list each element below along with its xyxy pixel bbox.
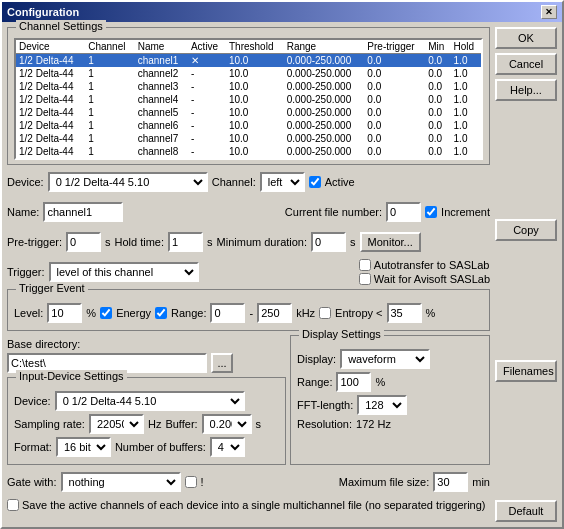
trigger-select[interactable]: level of this channel: [49, 262, 199, 282]
range-start-input[interactable]: [210, 303, 245, 323]
sampling-select[interactable]: 22050: [89, 414, 144, 434]
energy-checkbox[interactable]: [100, 307, 112, 319]
level-label: Level:: [14, 307, 43, 319]
channel-table-container[interactable]: DeviceChannelNameActiveThresholdRangePre…: [14, 38, 483, 160]
right-panel: Display Settings Display: waveform Range…: [290, 335, 490, 465]
name-label: Name:: [7, 206, 39, 218]
table-cell: 0.000-250.000: [284, 106, 365, 119]
table-row[interactable]: 1/2 Delta-441channel4-10.00.000-250.0000…: [16, 93, 481, 106]
sampling-row: Sampling rate: 22050 Hz Buffer: 0.200 s: [14, 414, 279, 434]
holdtime-input[interactable]: [168, 232, 203, 252]
max-file-unit: min: [472, 476, 490, 488]
display-range-input[interactable]: [336, 372, 371, 392]
table-cell: channel4: [135, 93, 188, 106]
title-bar: Configuration ✕: [2, 2, 562, 22]
buffer-select[interactable]: 0.200: [202, 414, 252, 434]
input-device-select[interactable]: 0 1/2 Delta-44 5.10: [55, 391, 245, 411]
device-select[interactable]: 0 1/2 Delta-44 5.10: [48, 172, 208, 192]
buffer-label: Buffer:: [165, 418, 197, 430]
table-row[interactable]: 1/2 Delta-441channel1✕10.00.000-250.0000…: [16, 54, 481, 68]
max-file-input[interactable]: [433, 472, 468, 492]
name-input[interactable]: [43, 202, 123, 222]
input-device-group: Input-Device Settings Device: 0 1/2 Delt…: [7, 377, 286, 465]
close-button[interactable]: ✕: [541, 5, 557, 19]
display-range-unit: %: [375, 376, 385, 388]
gate-select[interactable]: nothing: [61, 472, 181, 492]
table-col-name: Name: [135, 40, 188, 54]
max-file-label: Maximum file size:: [339, 476, 429, 488]
channel-select[interactable]: left: [260, 172, 305, 192]
monitor-button[interactable]: Monitor...: [360, 232, 421, 252]
filenames-button[interactable]: Filenames: [495, 360, 557, 382]
main-area: Channel Settings DeviceChannelNameActive…: [7, 27, 490, 522]
table-cell: channel5: [135, 106, 188, 119]
fft-select[interactable]: 128: [357, 395, 407, 415]
buffer-unit: s: [256, 418, 262, 430]
table-cell: channel6: [135, 119, 188, 132]
table-col-device: Device: [16, 40, 85, 54]
table-cell: 1: [85, 106, 134, 119]
table-cell: 10.0: [226, 132, 284, 145]
multichannel-checkbox[interactable]: [7, 499, 19, 511]
left-panel: Base directory: ... Input-Device Setting…: [7, 335, 286, 465]
pretrigger-input[interactable]: [66, 232, 101, 252]
min-duration-input[interactable]: [311, 232, 346, 252]
active-checkbox[interactable]: [309, 176, 321, 188]
gate-checkbox[interactable]: [185, 476, 197, 488]
multichannel-label: Save the active channels of each device …: [22, 499, 486, 511]
table-cell: 1: [85, 93, 134, 106]
table-row[interactable]: 1/2 Delta-441channel3-10.00.000-250.0000…: [16, 80, 481, 93]
sampling-unit: Hz: [148, 418, 161, 430]
base-dir-label: Base directory:: [7, 338, 80, 350]
ok-button[interactable]: OK: [495, 27, 557, 49]
help-button[interactable]: Help...: [495, 79, 557, 101]
sampling-label: Sampling rate:: [14, 418, 85, 430]
copy-button[interactable]: Copy: [495, 219, 557, 241]
table-cell: -: [188, 80, 226, 93]
table-row[interactable]: 1/2 Delta-441channel7-10.00.000-250.0000…: [16, 132, 481, 145]
table-cell: 1.0: [451, 106, 481, 119]
display-select[interactable]: waveform: [340, 349, 430, 369]
holdtime-label: Hold time:: [115, 236, 165, 248]
range-checkbox[interactable]: [155, 307, 167, 319]
file-number-input[interactable]: [386, 202, 421, 222]
autotransfer-checkbox[interactable]: [359, 259, 371, 271]
table-cell: 0.0: [425, 67, 450, 80]
table-cell: 1/2 Delta-44: [16, 119, 85, 132]
display-range-label: Range:: [297, 376, 332, 388]
entropy-checkbox[interactable]: [319, 307, 331, 319]
range-label: Range:: [171, 307, 206, 319]
channel-label: Channel:: [212, 176, 256, 188]
table-cell: 1.0: [451, 80, 481, 93]
pretrigger-unit: s: [105, 236, 111, 248]
table-cell: 0.000-250.000: [284, 80, 365, 93]
table-cell: 1/2 Delta-44: [16, 93, 85, 106]
table-cell: 1.0: [451, 119, 481, 132]
autotransfer-label: Autotransfer to SASLab: [374, 259, 490, 271]
range-end-input[interactable]: [257, 303, 292, 323]
level-unit: %: [86, 307, 96, 319]
table-row[interactable]: 1/2 Delta-441channel6-10.00.000-250.0000…: [16, 119, 481, 132]
display-range-row: Range: %: [297, 372, 483, 392]
table-row[interactable]: 1/2 Delta-441channel8-10.00.000-250.0000…: [16, 145, 481, 158]
table-cell: 0.0: [364, 67, 425, 80]
trigger-label: Trigger:: [7, 266, 45, 278]
table-row[interactable]: 1/2 Delta-441channel2-10.00.000-250.0000…: [16, 67, 481, 80]
window-title: Configuration: [7, 6, 79, 18]
entropy-input[interactable]: [387, 303, 422, 323]
table-cell: 10.0: [226, 106, 284, 119]
gate-label: Gate with:: [7, 476, 57, 488]
table-cell: channel8: [135, 145, 188, 158]
table-cell: channel7: [135, 132, 188, 145]
wait-checkbox[interactable]: [359, 273, 371, 285]
browse-button[interactable]: ...: [211, 353, 233, 373]
table-row[interactable]: 1/2 Delta-441channel5-10.00.000-250.0000…: [16, 106, 481, 119]
default-button[interactable]: Default: [495, 500, 557, 522]
cancel-button[interactable]: Cancel: [495, 53, 557, 75]
format-select[interactable]: 16 bit: [56, 437, 111, 457]
num-buffers-select[interactable]: 4: [210, 437, 245, 457]
trigger-event-group: Trigger Event Level: % Energy Range: - k…: [7, 289, 490, 331]
level-input[interactable]: [47, 303, 82, 323]
table-body[interactable]: 1/2 Delta-441channel1✕10.00.000-250.0000…: [16, 54, 481, 159]
increment-checkbox[interactable]: [425, 206, 437, 218]
